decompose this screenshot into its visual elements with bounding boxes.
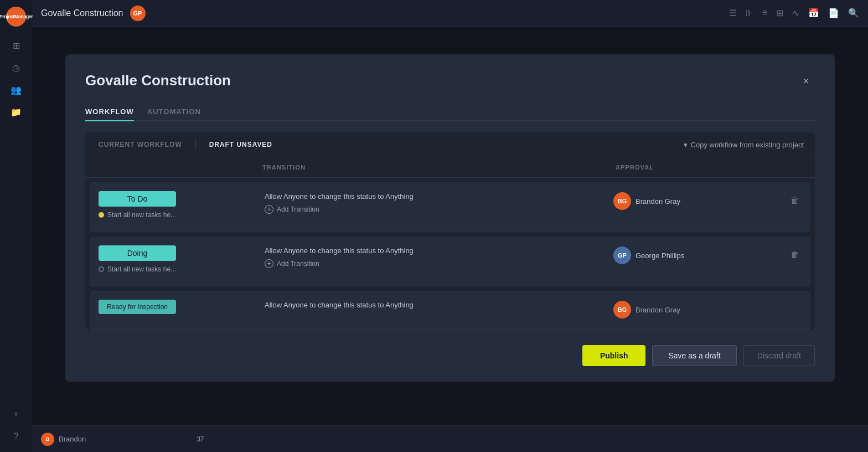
transition-cell-todo: Allow Anyone to change this status to An… <box>265 191 613 214</box>
bottom-bar: B Brandon 37 <box>32 425 868 452</box>
sidebar-icon-home[interactable]: ⊞ <box>7 37 25 54</box>
project-title: Govalle Construction <box>41 8 123 18</box>
main-content: Govalle Construction GP ☰ ⊪ ≡ ⊞ ∿ 📅 📄 🔍 <box>32 0 868 452</box>
col-status <box>96 164 262 171</box>
close-button[interactable]: × <box>797 72 815 90</box>
transition-text-ready: Allow Anyone to change this status to An… <box>265 301 613 309</box>
col-approval-header: APPROVAL <box>616 164 771 171</box>
calendar-icon[interactable]: 📅 <box>808 8 819 18</box>
tab-automation[interactable]: AUTOMATION <box>147 103 201 121</box>
table-row: Ready for Inspection Allow Anyone to cha… <box>90 291 810 330</box>
sidebar-icon-help[interactable]: ? <box>7 428 25 445</box>
sidebar-icon-time[interactable]: ◷ <box>7 59 25 76</box>
approver-avatar-george: GP <box>613 246 631 264</box>
action-cell-todo: 🗑 <box>768 191 802 208</box>
list-icon[interactable]: ☰ <box>729 8 737 18</box>
plus-circle-icon: + <box>265 205 273 214</box>
publish-button[interactable]: Publish <box>582 345 646 366</box>
table-row: To Do Start all new tasks he... Allow An… <box>90 182 810 232</box>
status-cell-doing: Doing Start all new tasks he... <box>99 245 265 273</box>
approver-avatar-brandon: BG <box>613 192 631 210</box>
sidebar-icon-users[interactable]: 👥 <box>7 81 25 99</box>
transition-text-todo: Allow Anyone to change this status to An… <box>265 192 613 201</box>
action-cell-doing: 🗑 <box>768 245 802 262</box>
tab-divider <box>195 140 196 149</box>
discard-draft-button[interactable]: Discard draft <box>743 345 815 366</box>
modal-title: Govalle Construction <box>85 72 231 89</box>
gantt-icon[interactable]: ⊪ <box>746 8 753 18</box>
transition-cell-ready: Allow Anyone to change this status to An… <box>265 300 613 309</box>
panel-tab-draft[interactable]: DRAFT UNSAVED <box>207 141 275 148</box>
add-transition-button-doing[interactable]: + Add Transition <box>265 259 613 268</box>
dot-gray-icon <box>99 266 104 272</box>
approver-name-doing: George Phillips <box>636 251 684 260</box>
sidebar-icon-add[interactable]: + <box>7 405 25 423</box>
dot-yellow-icon <box>99 212 104 218</box>
status-cell-todo: To Do Start all new tasks he... <box>99 191 265 219</box>
col-transition-header: TRANSITION <box>262 164 616 171</box>
tab-workflow[interactable]: WORKFLOW <box>85 103 134 121</box>
new-task-text-doing: Start all new tasks he... <box>107 265 176 273</box>
doc-icon[interactable]: 📄 <box>828 8 839 18</box>
table-row: Doing Start all new tasks he... Allow An… <box>90 237 810 286</box>
chevron-down-icon: ▾ <box>684 141 688 149</box>
col-action <box>771 164 804 171</box>
new-task-indicator-todo: Start all new tasks he... <box>99 211 265 219</box>
user-info: B Brandon <box>41 433 86 446</box>
approver-avatar-ready: BG <box>613 301 631 319</box>
panel-header: CURRENT WORKFLOW DRAFT UNSAVED ▾ Copy wo… <box>85 132 815 157</box>
save-draft-button[interactable]: Save as a draft <box>652 345 736 366</box>
app-background: ProjectManager ⊞ ◷ 👥 📁 + ? Govalle Const… <box>0 0 868 452</box>
workflow-panel: CURRENT WORKFLOW DRAFT UNSAVED ▾ Copy wo… <box>85 132 815 330</box>
approver-name-todo: Brandon Gray <box>636 197 680 206</box>
new-task-text-todo: Start all new tasks he... <box>107 211 176 219</box>
user-avatar-topbar: GP <box>130 6 146 21</box>
app-logo[interactable]: ProjectManager <box>6 7 26 27</box>
modal-header: Govalle Construction × <box>85 72 815 90</box>
status-badge-ready: Ready for Inspection <box>99 300 176 314</box>
board-icon[interactable]: ≡ <box>762 8 767 18</box>
status-badge-todo: To Do <box>99 191 176 207</box>
approver-name-ready: Brandon Gray <box>636 306 680 314</box>
sidebar: ProjectManager ⊞ ◷ 👥 📁 + ? <box>0 0 32 452</box>
delete-button-todo[interactable]: 🗑 <box>788 193 802 208</box>
top-bar: Govalle Construction GP ☰ ⊪ ≡ ⊞ ∿ 📅 📄 🔍 <box>32 0 868 27</box>
approval-cell-doing: GP George Phillips <box>613 245 768 264</box>
copy-workflow-button[interactable]: ▾ Copy workflow from existing project <box>684 141 804 149</box>
chart-icon[interactable]: ∿ <box>792 8 799 18</box>
user-name: Brandon <box>59 435 86 443</box>
panel-tab-current[interactable]: CURRENT WORKFLOW <box>96 141 184 148</box>
status-cell-ready: Ready for Inspection <box>99 300 265 314</box>
workflow-rows-container[interactable]: To Do Start all new tasks he... Allow An… <box>85 178 815 330</box>
page-number: 37 <box>197 435 204 443</box>
modal-footer: Publish Save as a draft Discard draft <box>85 334 815 366</box>
user-avatar-bottom: B <box>41 433 54 446</box>
workflow-modal: Govalle Construction × WORKFLOW AUTOMATI… <box>65 54 835 382</box>
modal-tabs: WORKFLOW AUTOMATION <box>85 103 815 121</box>
transition-cell-doing: Allow Anyone to change this status to An… <box>265 245 613 268</box>
add-transition-button-todo[interactable]: + Add Transition <box>265 205 613 214</box>
action-cell-ready <box>768 300 802 302</box>
content-area: Govalle Construction × WORKFLOW AUTOMATI… <box>32 27 868 425</box>
approval-cell-ready: BG Brandon Gray <box>613 300 768 319</box>
search-icon[interactable]: 🔍 <box>848 8 859 18</box>
status-badge-doing: Doing <box>99 245 176 261</box>
approval-cell-todo: BG Brandon Gray <box>613 191 768 210</box>
transition-text-doing: Allow Anyone to change this status to An… <box>265 246 613 255</box>
plus-circle-icon: + <box>265 259 273 268</box>
new-task-indicator-doing: Start all new tasks he... <box>99 265 265 273</box>
column-headers: TRANSITION APPROVAL <box>85 157 815 178</box>
delete-button-doing[interactable]: 🗑 <box>788 248 802 262</box>
sidebar-icon-projects[interactable]: 📁 <box>7 103 25 121</box>
toolbar-icons: ☰ ⊪ ≡ ⊞ ∿ 📅 📄 🔍 <box>729 8 859 18</box>
table-icon[interactable]: ⊞ <box>776 8 783 18</box>
